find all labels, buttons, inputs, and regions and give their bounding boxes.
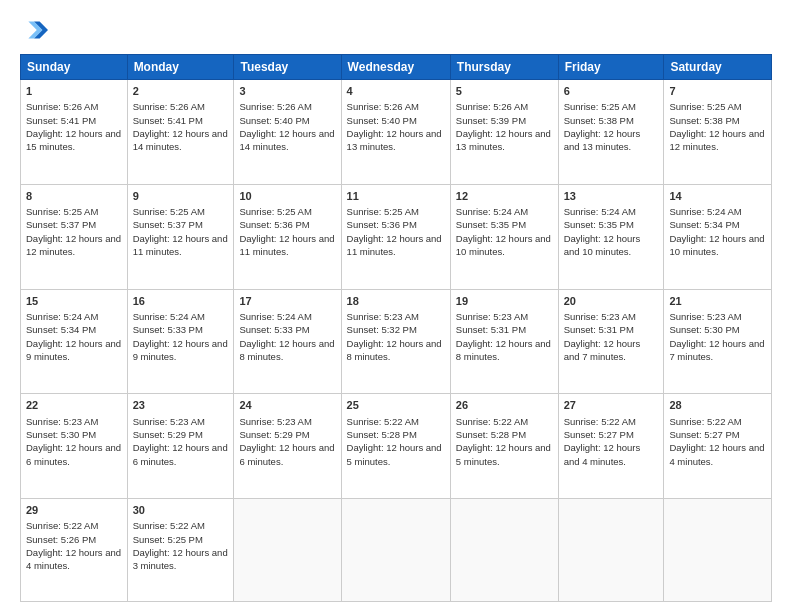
daylight: Daylight: 12 hours and 4 minutes. [669, 442, 764, 466]
sunset: Sunset: 5:36 PM [347, 219, 417, 230]
daylight: Daylight: 12 hours and 12 minutes. [669, 128, 764, 152]
calendar-cell: 2Sunrise: 5:26 AMSunset: 5:41 PMDaylight… [127, 80, 234, 185]
sunrise: Sunrise: 5:23 AM [239, 416, 311, 427]
day-number: 28 [669, 398, 766, 413]
calendar-table: SundayMondayTuesdayWednesdayThursdayFrid… [20, 54, 772, 602]
daylight: Daylight: 12 hours and 4 minutes. [564, 442, 641, 466]
calendar-cell: 19Sunrise: 5:23 AMSunset: 5:31 PMDayligh… [450, 289, 558, 394]
day-number: 11 [347, 189, 445, 204]
daylight: Daylight: 12 hours and 15 minutes. [26, 128, 121, 152]
day-number: 29 [26, 503, 122, 518]
calendar-cell [450, 499, 558, 602]
day-number: 23 [133, 398, 229, 413]
daylight: Daylight: 12 hours and 6 minutes. [239, 442, 334, 466]
day-number: 2 [133, 84, 229, 99]
daylight: Daylight: 12 hours and 5 minutes. [456, 442, 551, 466]
sunset: Sunset: 5:29 PM [133, 429, 203, 440]
calendar-cell: 30Sunrise: 5:22 AMSunset: 5:25 PMDayligh… [127, 499, 234, 602]
calendar-cell: 12Sunrise: 5:24 AMSunset: 5:35 PMDayligh… [450, 184, 558, 289]
weekday-header-tuesday: Tuesday [234, 55, 341, 80]
sunrise: Sunrise: 5:23 AM [564, 311, 636, 322]
calendar-cell [664, 499, 772, 602]
logo-icon [20, 16, 48, 44]
daylight: Daylight: 12 hours and 9 minutes. [133, 338, 228, 362]
calendar-cell: 29Sunrise: 5:22 AMSunset: 5:26 PMDayligh… [21, 499, 128, 602]
day-number: 17 [239, 294, 335, 309]
calendar-cell: 13Sunrise: 5:24 AMSunset: 5:35 PMDayligh… [558, 184, 664, 289]
calendar-cell: 16Sunrise: 5:24 AMSunset: 5:33 PMDayligh… [127, 289, 234, 394]
daylight: Daylight: 12 hours and 10 minutes. [564, 233, 641, 257]
day-number: 7 [669, 84, 766, 99]
sunset: Sunset: 5:32 PM [347, 324, 417, 335]
sunrise: Sunrise: 5:25 AM [347, 206, 419, 217]
daylight: Daylight: 12 hours and 6 minutes. [26, 442, 121, 466]
sunset: Sunset: 5:27 PM [564, 429, 634, 440]
calendar-header-row: SundayMondayTuesdayWednesdayThursdayFrid… [21, 55, 772, 80]
calendar-week-5: 29Sunrise: 5:22 AMSunset: 5:26 PMDayligh… [21, 499, 772, 602]
daylight: Daylight: 12 hours and 11 minutes. [239, 233, 334, 257]
sunrise: Sunrise: 5:26 AM [26, 101, 98, 112]
daylight: Daylight: 12 hours and 9 minutes. [26, 338, 121, 362]
calendar-cell: 8Sunrise: 5:25 AMSunset: 5:37 PMDaylight… [21, 184, 128, 289]
day-number: 18 [347, 294, 445, 309]
sunset: Sunset: 5:37 PM [26, 219, 96, 230]
calendar-cell: 17Sunrise: 5:24 AMSunset: 5:33 PMDayligh… [234, 289, 341, 394]
daylight: Daylight: 12 hours and 11 minutes. [133, 233, 228, 257]
daylight: Daylight: 12 hours and 14 minutes. [133, 128, 228, 152]
daylight: Daylight: 12 hours and 8 minutes. [239, 338, 334, 362]
sunset: Sunset: 5:41 PM [26, 115, 96, 126]
sunset: Sunset: 5:41 PM [133, 115, 203, 126]
sunset: Sunset: 5:34 PM [669, 219, 739, 230]
daylight: Daylight: 12 hours and 3 minutes. [133, 547, 228, 571]
sunrise: Sunrise: 5:23 AM [133, 416, 205, 427]
daylight: Daylight: 12 hours and 13 minutes. [564, 128, 641, 152]
sunset: Sunset: 5:38 PM [669, 115, 739, 126]
day-number: 16 [133, 294, 229, 309]
calendar-cell: 6Sunrise: 5:25 AMSunset: 5:38 PMDaylight… [558, 80, 664, 185]
calendar-cell: 3Sunrise: 5:26 AMSunset: 5:40 PMDaylight… [234, 80, 341, 185]
sunset: Sunset: 5:38 PM [564, 115, 634, 126]
calendar-week-4: 22Sunrise: 5:23 AMSunset: 5:30 PMDayligh… [21, 394, 772, 499]
sunset: Sunset: 5:40 PM [347, 115, 417, 126]
daylight: Daylight: 12 hours and 10 minutes. [456, 233, 551, 257]
day-number: 6 [564, 84, 659, 99]
sunset: Sunset: 5:39 PM [456, 115, 526, 126]
calendar-cell: 9Sunrise: 5:25 AMSunset: 5:37 PMDaylight… [127, 184, 234, 289]
sunset: Sunset: 5:30 PM [26, 429, 96, 440]
calendar-week-1: 1Sunrise: 5:26 AMSunset: 5:41 PMDaylight… [21, 80, 772, 185]
page: SundayMondayTuesdayWednesdayThursdayFrid… [0, 0, 792, 612]
sunrise: Sunrise: 5:26 AM [239, 101, 311, 112]
calendar-week-3: 15Sunrise: 5:24 AMSunset: 5:34 PMDayligh… [21, 289, 772, 394]
sunrise: Sunrise: 5:24 AM [133, 311, 205, 322]
daylight: Daylight: 12 hours and 8 minutes. [347, 338, 442, 362]
daylight: Daylight: 12 hours and 4 minutes. [26, 547, 121, 571]
day-number: 10 [239, 189, 335, 204]
weekday-header-saturday: Saturday [664, 55, 772, 80]
sunrise: Sunrise: 5:24 AM [239, 311, 311, 322]
sunset: Sunset: 5:36 PM [239, 219, 309, 230]
sunrise: Sunrise: 5:26 AM [456, 101, 528, 112]
sunrise: Sunrise: 5:23 AM [347, 311, 419, 322]
day-number: 19 [456, 294, 553, 309]
daylight: Daylight: 12 hours and 14 minutes. [239, 128, 334, 152]
daylight: Daylight: 12 hours and 10 minutes. [669, 233, 764, 257]
sunset: Sunset: 5:37 PM [133, 219, 203, 230]
logo [20, 16, 52, 44]
daylight: Daylight: 12 hours and 8 minutes. [456, 338, 551, 362]
sunrise: Sunrise: 5:26 AM [133, 101, 205, 112]
calendar-cell: 1Sunrise: 5:26 AMSunset: 5:41 PMDaylight… [21, 80, 128, 185]
day-number: 25 [347, 398, 445, 413]
daylight: Daylight: 12 hours and 12 minutes. [26, 233, 121, 257]
sunset: Sunset: 5:33 PM [239, 324, 309, 335]
weekday-header-friday: Friday [558, 55, 664, 80]
sunrise: Sunrise: 5:24 AM [456, 206, 528, 217]
sunset: Sunset: 5:35 PM [456, 219, 526, 230]
daylight: Daylight: 12 hours and 13 minutes. [347, 128, 442, 152]
sunrise: Sunrise: 5:25 AM [564, 101, 636, 112]
sunrise: Sunrise: 5:22 AM [669, 416, 741, 427]
day-number: 26 [456, 398, 553, 413]
calendar-cell: 7Sunrise: 5:25 AMSunset: 5:38 PMDaylight… [664, 80, 772, 185]
sunset: Sunset: 5:28 PM [456, 429, 526, 440]
day-number: 8 [26, 189, 122, 204]
calendar-cell: 23Sunrise: 5:23 AMSunset: 5:29 PMDayligh… [127, 394, 234, 499]
